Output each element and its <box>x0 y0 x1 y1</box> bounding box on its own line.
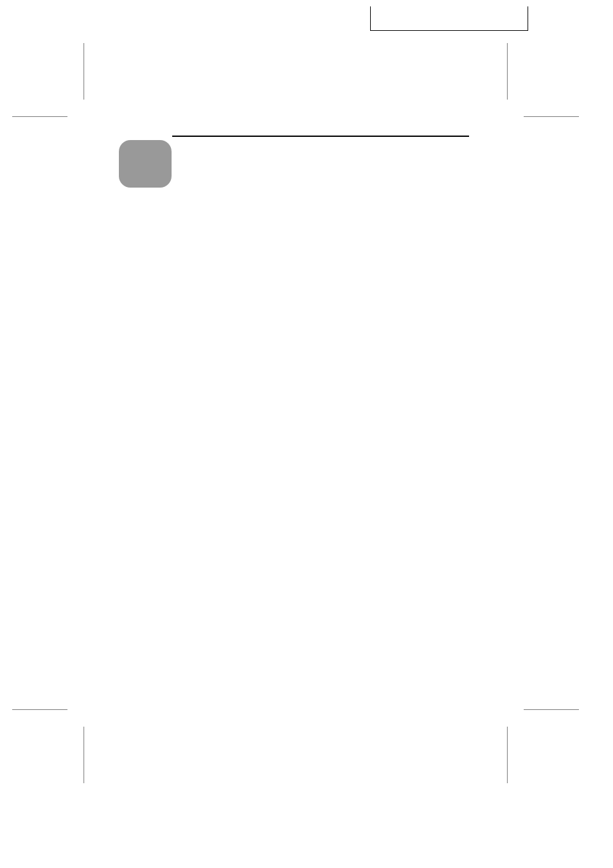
crop-mark-vertical-top-left <box>84 43 84 100</box>
chapter-rule <box>172 136 469 137</box>
crop-mark-horizontal-top-left <box>12 116 67 117</box>
crop-mark-horizontal-bottom-right <box>524 709 579 710</box>
header-box <box>370 6 528 31</box>
crop-mark-vertical-bottom-right <box>507 727 508 783</box>
chapter-badge <box>119 140 172 188</box>
page <box>0 0 613 868</box>
crop-mark-vertical-bottom-left <box>84 727 84 783</box>
crop-mark-horizontal-bottom-left <box>12 709 67 710</box>
crop-mark-vertical-top-right <box>507 43 508 100</box>
crop-mark-horizontal-top-right <box>524 116 579 117</box>
